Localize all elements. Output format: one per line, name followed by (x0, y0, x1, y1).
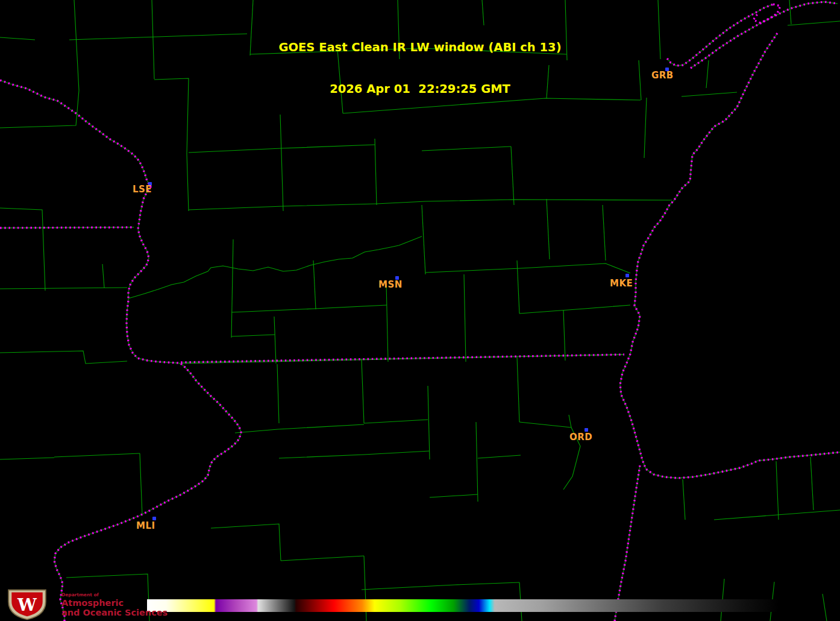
uw-crest-icon: W (4, 588, 51, 621)
station-label: MKE (610, 278, 633, 289)
station-label: LSE (133, 184, 152, 195)
uw-aos-logo: W Department of Atmospheric and Oceanic … (4, 588, 168, 621)
station-label: MLI (136, 520, 155, 531)
crest-letter: W (17, 594, 37, 615)
logo-line1: Atmospheric (61, 598, 168, 608)
station-label: MSN (378, 279, 403, 290)
logo-dept-line: Department of (61, 592, 168, 597)
logo-text: Department of Atmospheric and Oceanic Sc… (61, 592, 168, 617)
station-dot (625, 274, 629, 277)
title-line2: 2026 Apr 01 22:29:25 GMT (0, 82, 840, 96)
colorbar (147, 599, 779, 612)
logo-line2: and Oceanic Sciences (61, 608, 168, 617)
satellite-map-view: GOES East Clean IR LW window (ABI ch 13)… (0, 0, 840, 621)
station-label: ORD (569, 432, 592, 443)
title-line1: GOES East Clean IR LW window (ABI ch 13) (0, 40, 840, 54)
map-title: GOES East Clean IR LW window (ABI ch 13)… (0, 13, 840, 124)
